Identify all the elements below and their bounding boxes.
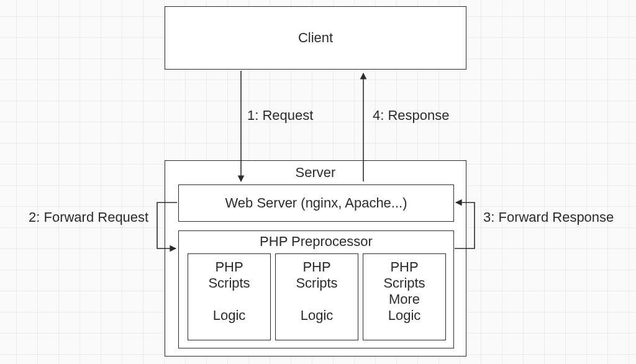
script-text: Logic bbox=[188, 307, 270, 324]
script-text: Scripts bbox=[188, 275, 270, 291]
web-server-label: Web Server (nginx, Apache...) bbox=[225, 195, 407, 211]
flow-label-forward-request: 2: Forward Request bbox=[29, 209, 148, 225]
flow-label-request: 1: Request bbox=[247, 107, 313, 124]
web-server-box: Web Server (nginx, Apache...) bbox=[178, 184, 454, 222]
script-text bbox=[276, 291, 358, 307]
flow-label-response: 4: Response bbox=[373, 107, 450, 124]
script-text: Scripts bbox=[363, 275, 445, 291]
script-text: PHP bbox=[276, 259, 358, 275]
script-text: Scripts bbox=[276, 275, 358, 291]
script-text: Logic bbox=[363, 307, 445, 324]
script-text: PHP bbox=[363, 259, 445, 275]
server-box: Server Web Server (nginx, Apache...) PHP… bbox=[165, 160, 466, 357]
php-script-box: PHP Scripts More Logic bbox=[363, 253, 446, 340]
flow-label-forward-response: 3: Forward Response bbox=[483, 209, 614, 225]
php-script-box: PHP Scripts Logic bbox=[275, 253, 358, 340]
client-box: Client bbox=[165, 6, 466, 70]
script-text: More bbox=[363, 291, 445, 307]
php-preprocessor-box: PHP Preprocessor PHP Scripts Logic PHP S… bbox=[178, 230, 454, 348]
script-text bbox=[188, 291, 270, 307]
php-preprocessor-label: PHP Preprocessor bbox=[179, 234, 453, 250]
script-text: PHP bbox=[188, 259, 270, 275]
php-script-box: PHP Scripts Logic bbox=[188, 253, 271, 340]
client-label: Client bbox=[298, 30, 333, 46]
script-text: Logic bbox=[276, 307, 358, 324]
diagram-canvas: Client Server Web Server (nginx, Apache.… bbox=[0, 0, 636, 364]
server-label: Server bbox=[165, 165, 466, 181]
